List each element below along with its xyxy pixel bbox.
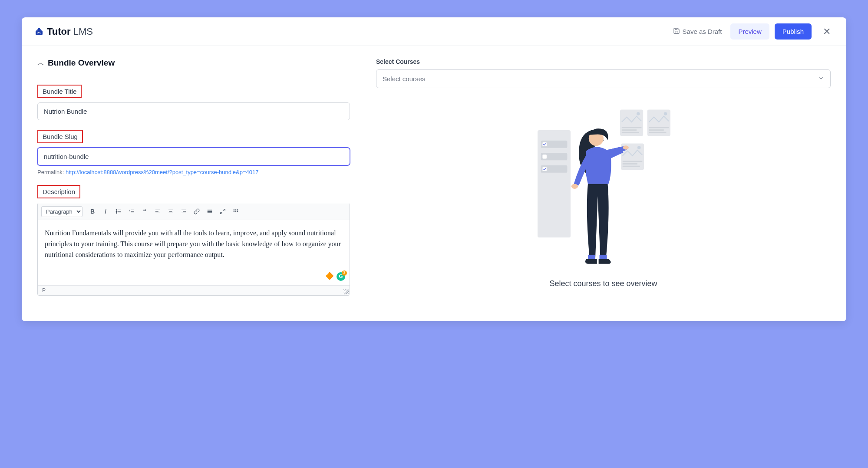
editor-element-path: P: [42, 287, 46, 293]
numbered-list-button[interactable]: [126, 206, 137, 217]
select-courses-placeholder: Select courses: [383, 75, 425, 82]
blockquote-button[interactable]: “: [139, 206, 150, 217]
format-dropdown[interactable]: Paragraph: [41, 206, 83, 217]
svg-rect-25: [208, 210, 212, 211]
select-courses-panel: Select Courses Select courses: [376, 58, 831, 305]
svg-point-10: [116, 210, 117, 211]
logo-text-lms: LMS: [71, 26, 93, 37]
svg-rect-27: [208, 212, 212, 213]
svg-line-29: [221, 212, 222, 214]
grammarly-icon[interactable]: G: [337, 272, 345, 281]
preview-button[interactable]: Preview: [730, 23, 769, 40]
read-more-button[interactable]: [204, 206, 215, 217]
field-description: Description Paragraph B I: [37, 185, 350, 296]
svg-point-44: [637, 112, 640, 115]
description-text: Nutrition Fundamentals will provide you …: [45, 229, 341, 258]
field-bundle-slug: Bundle Slug Permalink: http://localhost:…: [37, 130, 350, 175]
fullscreen-button[interactable]: [217, 206, 228, 217]
svg-rect-50: [649, 127, 669, 128]
rich-text-editor: Paragraph B I “: [37, 203, 350, 296]
svg-rect-61: [587, 255, 595, 259]
italic-button[interactable]: I: [100, 206, 111, 217]
select-courses-label: Select Courses: [376, 58, 831, 65]
app-logo: Tutor LMS: [34, 26, 93, 37]
editor-toolbar: Paragraph B I “: [38, 203, 350, 220]
select-courses-dropdown[interactable]: Select courses: [376, 69, 831, 88]
toolbar-toggle-button[interactable]: [230, 206, 241, 217]
section-header[interactable]: ︿ Bundle Overview: [37, 58, 350, 74]
svg-point-6: [40, 32, 41, 33]
permalink-row: Permalink: http://localhost:8888/wordpre…: [37, 169, 350, 175]
premium-diamond-icon[interactable]: 🔶: [325, 271, 334, 282]
editor-status-bar: P: [38, 285, 350, 295]
bullet-list-button[interactable]: [113, 206, 124, 217]
svg-rect-31: [235, 209, 236, 210]
svg-rect-33: [234, 211, 234, 212]
svg-point-54: [637, 146, 640, 149]
description-label: Description: [37, 185, 80, 198]
align-left-button[interactable]: [152, 206, 163, 217]
svg-rect-52: [649, 132, 666, 133]
svg-rect-30: [234, 209, 234, 210]
section-title: Bundle Overview: [48, 58, 115, 68]
publish-button[interactable]: Publish: [775, 23, 812, 40]
app-body: ︿ Bundle Overview Bundle Title Bundle Sl…: [22, 46, 846, 317]
svg-rect-62: [599, 255, 607, 259]
header-actions: Save as Draft Preview Publish ✕: [670, 23, 834, 40]
chevron-down-icon: [818, 75, 824, 82]
svg-rect-57: [622, 166, 640, 167]
svg-rect-34: [235, 211, 236, 212]
svg-rect-40: [542, 155, 547, 159]
bundle-title-label: Bundle Title: [37, 85, 82, 98]
resize-handle-icon[interactable]: [343, 289, 349, 294]
bundle-slug-label: Bundle Slug: [37, 130, 83, 143]
field-bundle-title: Bundle Title: [37, 85, 350, 120]
close-button[interactable]: ✕: [819, 24, 834, 39]
align-center-button[interactable]: [165, 206, 176, 217]
svg-point-5: [37, 32, 38, 33]
empty-state-caption: Select courses to see overview: [376, 279, 831, 288]
empty-state-illustration: Select courses to see overview: [376, 105, 831, 288]
close-icon: ✕: [823, 26, 831, 37]
illustration-svg: [530, 105, 677, 270]
save-icon: [673, 27, 680, 36]
svg-rect-32: [237, 209, 238, 210]
tutor-logo-icon: [34, 26, 44, 37]
svg-rect-56: [622, 163, 637, 165]
save-draft-label: Save as Draft: [683, 28, 722, 35]
permalink-label: Permalink:: [37, 169, 66, 175]
link-button[interactable]: [191, 206, 202, 217]
svg-rect-47: [621, 132, 639, 133]
bundle-overview-panel: ︿ Bundle Overview Bundle Title Bundle Sl…: [37, 58, 350, 305]
svg-rect-51: [649, 129, 663, 131]
svg-point-11: [116, 211, 117, 212]
svg-rect-55: [622, 161, 642, 162]
svg-line-28: [223, 209, 225, 211]
svg-rect-35: [237, 211, 238, 212]
align-right-button[interactable]: [178, 206, 189, 217]
svg-rect-0: [36, 30, 43, 35]
app-header: Tutor LMS Save as Draft Preview Publish …: [22, 17, 846, 46]
bundle-title-input[interactable]: [37, 102, 350, 120]
svg-point-49: [663, 112, 667, 115]
editor-content[interactable]: Nutrition Fundamentals will provide you …: [38, 220, 350, 285]
svg-rect-26: [208, 211, 212, 212]
app-window: Tutor LMS Save as Draft Preview Publish …: [22, 17, 846, 321]
bundle-slug-input[interactable]: [37, 148, 350, 165]
save-draft-button[interactable]: Save as Draft: [670, 25, 726, 38]
svg-point-59: [623, 145, 628, 150]
grammarly-badges: 🔶 G: [325, 271, 345, 282]
logo-text-tutor: Tutor: [47, 26, 71, 37]
svg-rect-45: [621, 127, 641, 128]
svg-rect-1: [38, 28, 40, 29]
permalink-link[interactable]: http://localhost:8888/wordpress%20meet/?…: [66, 169, 258, 175]
svg-point-12: [116, 213, 117, 214]
svg-point-60: [571, 184, 578, 189]
bold-button[interactable]: B: [87, 206, 98, 217]
svg-rect-2: [37, 29, 41, 30]
chevron-up-icon: ︿: [37, 59, 44, 68]
svg-rect-46: [621, 129, 636, 131]
